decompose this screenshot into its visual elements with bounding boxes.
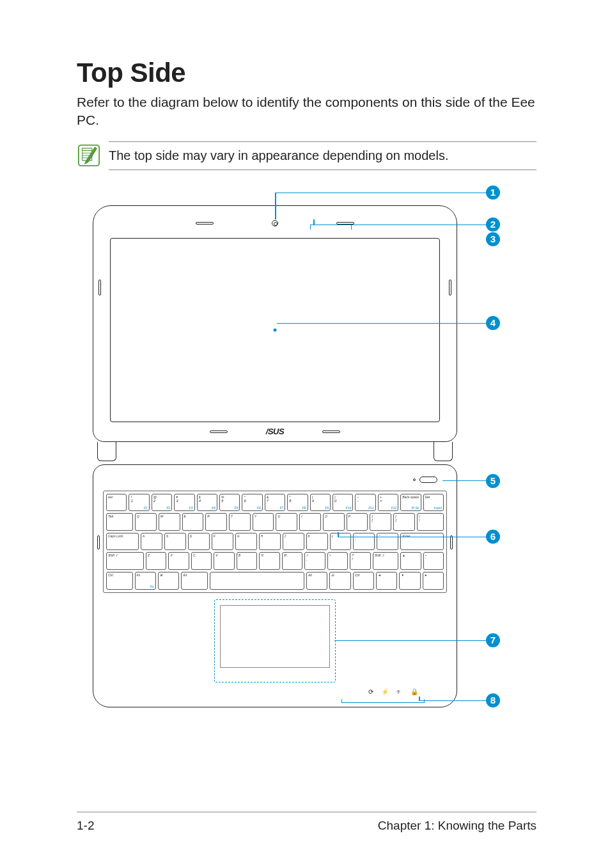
callout-1: 1 [486,185,500,200]
mic-slit-left [196,222,214,225]
key: Alt [306,572,327,590]
laptop-base: esc!1F1@2F2#3F3$4F4%5F5^6F6&7F7*8F8(9F9)… [93,464,457,707]
key: FnFn [135,572,156,590]
key: Caps Lock [106,533,139,551]
status-icon: ⟳ [368,688,373,695]
camera-icon [272,220,278,226]
key: ~-F11 [355,494,375,512]
key: X [168,552,189,570]
callout-7: 7 [486,633,500,647]
status-bracket [341,699,425,703]
key: esc [106,494,127,512]
callout-6: 6 [486,530,500,544]
laptop-diagram: /SUS esc!1F1@2F2#3F3$4F4%5F5^6F6&7F7*8F8… [77,193,544,704]
key: Shift ⇧ [106,552,144,570]
key: &7F7 [265,494,285,512]
key: Z [146,552,166,570]
side-slit [449,280,451,296]
key: B [237,552,257,570]
key: ► [423,572,444,590]
callout-8: 8 [486,693,500,707]
key: #3F3 [174,494,194,512]
key: F [212,533,233,551]
key: Alt [181,572,208,590]
key: Ctrl [353,572,374,590]
side-slit [98,280,101,296]
key: G [235,533,257,551]
key: ?/ [350,552,370,570]
key: ^6F6 [242,494,262,512]
key: (9F9 [310,494,331,512]
key: M [282,552,302,570]
key: N [259,552,279,570]
key: |\ [417,513,444,531]
key: Y [253,513,274,531]
key: P [347,513,368,531]
key: ☰ [329,572,350,590]
key: ▼ [399,572,420,590]
key: ~` [423,552,444,570]
key: V [214,552,234,570]
status-icon: ⚡ [381,688,389,695]
note-text: The top side may vary in appearance depe… [109,148,448,162]
key [210,572,304,590]
key: :; [353,533,375,551]
page-title: Top Side [77,58,536,88]
key: ▲ [400,552,421,570]
key: )0F10 [332,494,353,512]
key: >. [327,552,348,570]
key: U [276,513,297,531]
key: +=F12 [378,494,398,512]
callout-2: 2 [486,217,500,232]
power-button-area [413,477,437,483]
hinge [97,442,116,461]
key: J [283,533,304,551]
page-footer: 1-2 Chapter 1: Knowing the Parts [77,812,536,833]
keyboard: esc!1F1@2F2#3F3$4F4%5F5^6F6&7F7*8F8(9F9)… [103,491,447,593]
note-icon [77,143,101,168]
key: Back spacePr Sc [400,494,421,512]
key: S [164,533,186,551]
key: Shift ⇧ [373,552,398,570]
vent [322,430,340,433]
key: A [141,533,162,551]
status-indicators: ⟳⚡ᯤ🔒 [368,688,418,695]
note-callout: The top side may vary in appearance depe… [77,141,536,170]
key: R [205,513,227,531]
key: ◄ [376,572,397,590]
key: DelInsert [423,494,444,512]
key: ⊞ [158,572,179,590]
asus-logo: /SUS [266,427,284,436]
key: I [299,513,321,531]
key: O [323,513,345,531]
display-panel [110,238,440,422]
key: L [330,533,352,551]
base-slot [97,535,100,549]
key: $4F4 [197,494,217,512]
screen-center-dot [274,328,277,331]
callout-5: 5 [486,474,500,488]
key: Enter [400,533,444,551]
key: Ctrl [106,572,133,590]
key: Q [135,513,157,531]
key: %5F5 [219,494,240,512]
callout-3: 3 [486,232,500,246]
key: }] [393,513,415,531]
hinge [434,442,453,461]
key: {[ [370,513,391,531]
key: H [259,533,281,551]
key: E [182,513,204,531]
page-number: 1-2 [77,819,94,833]
key: C [191,552,212,570]
key: D [188,533,210,551]
key: T [229,513,251,531]
key: W [159,513,180,531]
key: *8F8 [287,494,308,512]
intro-text: Refer to the diagram below to identify t… [77,93,536,130]
status-icon: ᯤ [396,688,403,695]
chapter-label: Chapter 1: Knowing the Parts [378,819,536,833]
key: "' [377,533,398,551]
key: K [306,533,328,551]
vent [210,430,228,433]
key: Tab [106,513,133,531]
